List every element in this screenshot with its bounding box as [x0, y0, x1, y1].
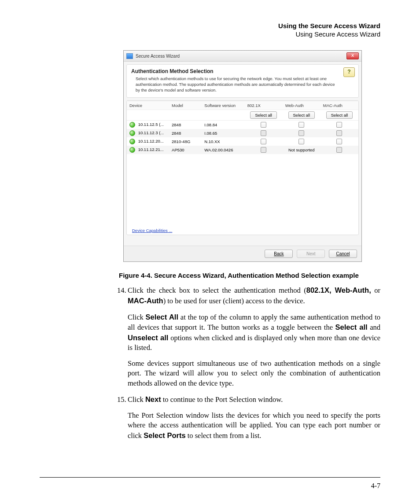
- section-title: Authentication Method Selection: [131, 68, 354, 74]
- device-table: Device Model Software version 802.1X Web…: [127, 101, 358, 154]
- select-all-macauth[interactable]: Select all: [326, 111, 353, 119]
- checkbox[interactable]: [298, 130, 304, 136]
- wizard-window: Secure Access Wizard X ? Authentication …: [123, 50, 362, 262]
- col-webauth: Web-Auth: [283, 101, 321, 110]
- help-button[interactable]: ?: [343, 67, 355, 77]
- section-description: Select which authentication methods to u…: [131, 76, 354, 93]
- header-subtitle: Using Secure Access Wizard: [44, 30, 380, 38]
- checkbox[interactable]: [261, 130, 266, 136]
- col-model: Model: [169, 101, 202, 110]
- link-row: Device Capabilities ...: [127, 224, 358, 235]
- window-titlebar: Secure Access Wizard X: [124, 51, 361, 62]
- status-icon: [129, 130, 135, 136]
- window-title: Secure Access Wizard: [136, 54, 346, 59]
- page-number: 4-7: [371, 482, 380, 490]
- figure-caption: Figure 4-4. Secure Access Wizard, Authen…: [119, 272, 380, 279]
- instruction-panel: ? Authentication Method Selection Select…: [126, 64, 359, 98]
- status-icon: [129, 147, 135, 153]
- status-icon: [129, 139, 135, 144]
- checkbox[interactable]: [336, 130, 342, 136]
- close-button[interactable]: X: [346, 52, 359, 59]
- step-number: 14.: [117, 286, 128, 295]
- device-capabilities-link[interactable]: Device Capabilities ...: [132, 228, 172, 233]
- cancel-button[interactable]: Cancel: [329, 250, 357, 258]
- select-all-row: Select all Select all Select all: [127, 110, 358, 121]
- checkbox[interactable]: [261, 139, 266, 144]
- col-8021x: 802.1X: [245, 101, 283, 110]
- select-all-webauth[interactable]: Select all: [288, 111, 315, 119]
- next-button[interactable]: Next: [297, 250, 325, 258]
- step-14: 14.Click the check box to select the aut…: [128, 285, 380, 388]
- page-header: Using the Secure Access Wizard Using Sec…: [44, 22, 380, 38]
- table-whitespace: [127, 154, 358, 224]
- device-table-panel: Device Model Software version 802.1X Web…: [126, 100, 359, 235]
- table-header-row: Device Model Software version 802.1X Web…: [127, 101, 358, 110]
- checkbox[interactable]: [261, 122, 266, 128]
- checkbox[interactable]: [336, 147, 342, 153]
- checkbox[interactable]: [336, 122, 342, 128]
- back-button[interactable]: Back: [265, 250, 293, 258]
- table-row: 10.11.12.3 (...2848I.08.65: [127, 129, 358, 137]
- col-macauth: MAC-Auth: [321, 101, 358, 110]
- footer-rule: [40, 477, 380, 478]
- table-row: 10.11.12.5 (...2848I.08.84: [127, 121, 358, 129]
- select-all-8021x[interactable]: Select all: [250, 111, 277, 119]
- wizard-footer: Back Next Cancel: [124, 246, 361, 261]
- table-row: 10.11.12.20...2810-48GN.10.XX: [127, 137, 358, 146]
- step-number: 15.: [117, 395, 128, 405]
- checkbox[interactable]: [261, 147, 266, 153]
- col-device: Device: [127, 101, 169, 110]
- checkbox[interactable]: [298, 122, 304, 128]
- step-15: 15.Click Next to continue to the Port Se…: [128, 394, 380, 441]
- col-swver: Software version: [202, 101, 244, 110]
- checkbox[interactable]: [298, 139, 304, 144]
- not-supported-label: Not supported: [288, 147, 315, 152]
- status-icon: [129, 122, 135, 128]
- checkbox[interactable]: [336, 139, 342, 144]
- header-title: Using the Secure Access Wizard: [44, 22, 380, 29]
- window-icon: [126, 53, 133, 59]
- body-text: 14.Click the check box to select the aut…: [128, 285, 380, 440]
- table-row: 10.11.12.21...AP530WA.02.00.0426Not supp…: [127, 146, 358, 154]
